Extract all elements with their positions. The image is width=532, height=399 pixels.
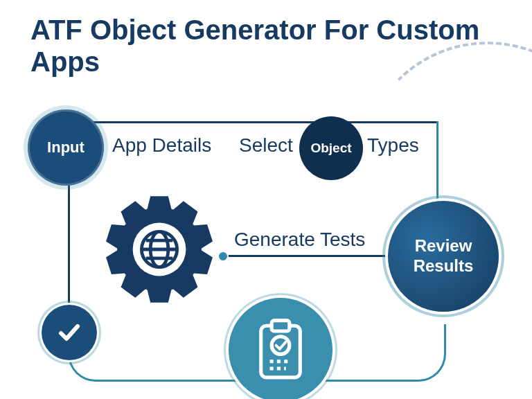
label-select: Select <box>239 134 293 157</box>
checkmark-icon <box>55 319 83 346</box>
checkmark-node <box>42 305 97 360</box>
clipboard-check-icon <box>253 319 308 381</box>
node-review: Review Results <box>388 201 499 312</box>
diagram: ATF Object Generator For Custom Apps Inp… <box>0 0 532 399</box>
gear-globe-icon <box>104 194 215 305</box>
label-generate-tests: Generate Tests <box>234 229 365 251</box>
node-label: Object <box>310 141 351 156</box>
node-label: Input <box>47 139 85 157</box>
clipboard-node <box>229 298 332 399</box>
connector-dot <box>218 251 229 262</box>
node-object: Object <box>299 116 363 180</box>
node-label: Review Results <box>414 236 474 276</box>
connector-line <box>69 121 436 123</box>
svg-point-9 <box>272 337 290 355</box>
label-types: Types <box>367 134 419 157</box>
label-app-details: App Details <box>112 134 211 157</box>
connector-line <box>68 166 70 326</box>
node-input: Input <box>28 109 104 186</box>
svg-rect-8 <box>272 321 290 331</box>
